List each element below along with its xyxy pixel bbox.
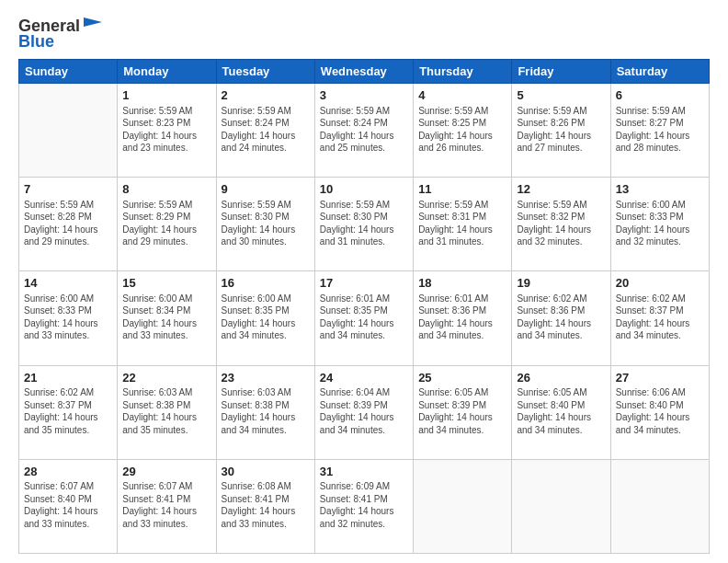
cell-text: Sunrise: 6:06 AMSunset: 8:40 PMDaylight:… [616, 386, 704, 436]
cell-text: Sunrise: 5:59 AMSunset: 8:24 PMDaylight:… [222, 105, 310, 155]
day-number: 12 [517, 181, 605, 198]
calendar-cell: 13Sunrise: 6:00 AMSunset: 8:33 PMDayligh… [610, 178, 709, 271]
calendar-cell: 27Sunrise: 6:06 AMSunset: 8:40 PMDayligh… [610, 365, 709, 459]
day-number: 28 [24, 464, 112, 480]
cell-text: Sunrise: 5:59 AMSunset: 8:25 PMDaylight:… [418, 105, 506, 155]
cell-text: Sunrise: 5:59 AMSunset: 8:27 PMDaylight:… [616, 105, 704, 155]
cell-text: Sunrise: 5:59 AMSunset: 8:23 PMDaylight:… [122, 105, 210, 155]
cell-text: Sunrise: 6:02 AMSunset: 8:37 PMDaylight:… [616, 293, 704, 342]
calendar-cell [610, 459, 709, 553]
cell-text: Sunrise: 6:05 AMSunset: 8:40 PMDaylight:… [517, 386, 605, 436]
calendar-cell: 7Sunrise: 5:59 AMSunset: 8:28 PMDaylight… [19, 178, 118, 271]
cell-text: Sunrise: 6:03 AMSunset: 8:38 PMDaylight:… [222, 386, 310, 436]
day-number: 6 [616, 87, 704, 104]
day-number: 21 [24, 370, 112, 386]
cell-text: Sunrise: 6:02 AMSunset: 8:36 PMDaylight:… [517, 293, 605, 342]
calendar-cell: 12Sunrise: 5:59 AMSunset: 8:32 PMDayligh… [512, 178, 610, 271]
day-number: 14 [24, 275, 112, 292]
calendar-week-0: 1Sunrise: 5:59 AMSunset: 8:23 PMDaylight… [19, 84, 710, 178]
cell-text: Sunrise: 6:00 AMSunset: 8:33 PMDaylight:… [24, 293, 112, 342]
cell-text: Sunrise: 5:59 AMSunset: 8:29 PMDaylight:… [122, 199, 210, 248]
cell-text: Sunrise: 5:59 AMSunset: 8:32 PMDaylight:… [517, 199, 605, 248]
day-number: 31 [320, 464, 408, 480]
logo: General Blue [18, 17, 102, 52]
cell-text: Sunrise: 5:59 AMSunset: 8:24 PMDaylight:… [320, 105, 408, 155]
cell-text: Sunrise: 6:08 AMSunset: 8:41 PMDaylight:… [222, 480, 310, 530]
cell-text: Sunrise: 6:03 AMSunset: 8:38 PMDaylight:… [122, 386, 210, 436]
calendar-cell: 10Sunrise: 5:59 AMSunset: 8:30 PMDayligh… [314, 178, 413, 271]
day-number: 16 [222, 275, 310, 292]
day-number: 9 [222, 181, 310, 198]
calendar-cell: 29Sunrise: 6:07 AMSunset: 8:41 PMDayligh… [118, 459, 216, 553]
calendar-cell: 28Sunrise: 6:07 AMSunset: 8:40 PMDayligh… [19, 459, 118, 553]
day-number: 24 [320, 370, 408, 386]
cell-text: Sunrise: 6:04 AMSunset: 8:39 PMDaylight:… [320, 386, 408, 436]
calendar-cell: 20Sunrise: 6:02 AMSunset: 8:37 PMDayligh… [610, 271, 709, 365]
calendar-cell [19, 84, 118, 178]
calendar-cell [414, 459, 512, 553]
day-number: 23 [222, 370, 310, 386]
calendar-cell: 14Sunrise: 6:00 AMSunset: 8:33 PMDayligh… [19, 271, 118, 365]
calendar-cell: 3Sunrise: 5:59 AMSunset: 8:24 PMDaylight… [314, 84, 413, 178]
cell-text: Sunrise: 5:59 AMSunset: 8:26 PMDaylight:… [517, 105, 605, 155]
cell-text: Sunrise: 6:05 AMSunset: 8:39 PMDaylight:… [418, 386, 506, 436]
cell-text: Sunrise: 6:00 AMSunset: 8:33 PMDaylight:… [616, 199, 704, 248]
calendar-cell: 26Sunrise: 6:05 AMSunset: 8:40 PMDayligh… [512, 365, 610, 459]
calendar-cell: 31Sunrise: 6:09 AMSunset: 8:41 PMDayligh… [314, 459, 413, 553]
page: General Blue SundayMondayTuesdayWednesda… [0, 0, 728, 563]
day-number: 15 [122, 275, 210, 292]
calendar-cell: 18Sunrise: 6:01 AMSunset: 8:36 PMDayligh… [414, 271, 512, 365]
cell-text: Sunrise: 6:07 AMSunset: 8:41 PMDaylight:… [122, 480, 210, 530]
calendar-cell: 8Sunrise: 5:59 AMSunset: 8:29 PMDaylight… [118, 178, 216, 271]
calendar-cell: 30Sunrise: 6:08 AMSunset: 8:41 PMDayligh… [216, 459, 314, 553]
day-number: 7 [24, 181, 112, 198]
header: General Blue [18, 17, 710, 52]
day-number: 18 [418, 275, 506, 292]
weekday-header-tuesday: Tuesday [216, 60, 314, 84]
cell-text: Sunrise: 6:09 AMSunset: 8:41 PMDaylight:… [320, 480, 408, 530]
calendar-header-row: SundayMondayTuesdayWednesdayThursdayFrid… [19, 60, 710, 84]
calendar-cell: 23Sunrise: 6:03 AMSunset: 8:38 PMDayligh… [216, 365, 314, 459]
day-number: 17 [320, 275, 408, 292]
day-number: 5 [517, 87, 605, 104]
logo-blue: Blue [18, 32, 54, 52]
day-number: 11 [418, 181, 506, 198]
cell-text: Sunrise: 5:59 AMSunset: 8:30 PMDaylight:… [320, 199, 408, 248]
calendar-cell: 1Sunrise: 5:59 AMSunset: 8:23 PMDaylight… [118, 84, 216, 178]
weekday-header-saturday: Saturday [610, 60, 709, 84]
day-number: 22 [122, 370, 210, 386]
day-number: 30 [222, 464, 310, 480]
day-number: 2 [222, 87, 310, 104]
cell-text: Sunrise: 6:01 AMSunset: 8:35 PMDaylight:… [320, 293, 408, 342]
day-number: 27 [616, 370, 704, 386]
calendar-cell: 9Sunrise: 5:59 AMSunset: 8:30 PMDaylight… [216, 178, 314, 271]
day-number: 4 [418, 87, 506, 104]
cell-text: Sunrise: 5:59 AMSunset: 8:31 PMDaylight:… [418, 199, 506, 248]
day-number: 20 [616, 275, 704, 292]
calendar-cell: 22Sunrise: 6:03 AMSunset: 8:38 PMDayligh… [118, 365, 216, 459]
calendar-cell: 4Sunrise: 5:59 AMSunset: 8:25 PMDaylight… [414, 84, 512, 178]
calendar-cell: 16Sunrise: 6:00 AMSunset: 8:35 PMDayligh… [216, 271, 314, 365]
calendar-cell [512, 459, 610, 553]
weekday-header-wednesday: Wednesday [314, 60, 413, 84]
cell-text: Sunrise: 5:59 AMSunset: 8:28 PMDaylight:… [24, 199, 112, 248]
weekday-header-friday: Friday [512, 60, 610, 84]
day-number: 3 [320, 87, 408, 104]
calendar-cell: 19Sunrise: 6:02 AMSunset: 8:36 PMDayligh… [512, 271, 610, 365]
calendar-cell: 5Sunrise: 5:59 AMSunset: 8:26 PMDaylight… [512, 84, 610, 178]
day-number: 1 [122, 87, 210, 104]
cell-text: Sunrise: 6:07 AMSunset: 8:40 PMDaylight:… [24, 480, 112, 530]
cell-text: Sunrise: 6:00 AMSunset: 8:34 PMDaylight:… [122, 293, 210, 342]
weekday-header-thursday: Thursday [414, 60, 512, 84]
day-number: 19 [517, 275, 605, 292]
calendar-cell: 6Sunrise: 5:59 AMSunset: 8:27 PMDaylight… [610, 84, 709, 178]
day-number: 10 [320, 181, 408, 198]
day-number: 25 [418, 370, 506, 386]
cell-text: Sunrise: 6:02 AMSunset: 8:37 PMDaylight:… [24, 386, 112, 436]
calendar-week-1: 7Sunrise: 5:59 AMSunset: 8:28 PMDaylight… [19, 178, 710, 271]
day-number: 13 [616, 181, 704, 198]
cell-text: Sunrise: 6:00 AMSunset: 8:35 PMDaylight:… [222, 293, 310, 342]
calendar-cell: 24Sunrise: 6:04 AMSunset: 8:39 PMDayligh… [314, 365, 413, 459]
day-number: 8 [122, 181, 210, 198]
calendar-cell: 15Sunrise: 6:00 AMSunset: 8:34 PMDayligh… [118, 271, 216, 365]
